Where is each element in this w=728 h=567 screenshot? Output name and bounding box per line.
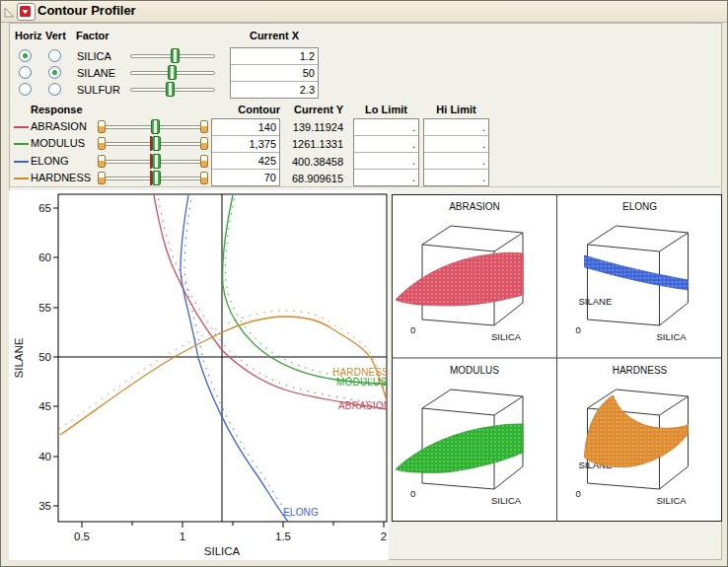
page-title: Contour Profiler [37,3,136,18]
slider-hi-thumb[interactable] [200,155,208,168]
current-x-field-silica[interactable]: 1.2 [231,48,318,65]
lo-limit-field-elong[interactable]: . [354,153,418,170]
vert-radio-silica[interactable] [48,49,61,62]
slider-thumb[interactable] [171,48,180,63]
legend-swatch-hardness [14,177,29,179]
red-triangle-menu-button[interactable] [17,3,36,21]
hi-limit-field-modulus[interactable]: . [424,136,488,153]
response-slider-modulus[interactable] [98,135,208,152]
response-slider-elong[interactable] [98,153,208,170]
slider-lo-thumb[interactable] [98,137,106,150]
hi-limit-box-group: . . . . [423,118,489,186]
current-x-column-header: Current X [230,30,319,41]
legend-swatch-abrasion [14,126,29,128]
contour-field-elong[interactable]: 425 [212,153,279,170]
factor-column-header: Factor [76,30,109,41]
lo-limit-column-header: Lo Limit [353,104,419,115]
horiz-column-header: Horiz [15,30,42,41]
surface-origin-label: 0 [576,324,581,335]
slider-lo-thumb[interactable] [98,120,106,133]
response-label-abrasion: ABRASION [31,120,87,132]
slider-hi-thumb[interactable] [200,137,208,150]
y-tick-label: 40 [38,451,51,462]
factor-slider-silica[interactable] [128,47,217,64]
disclosure-triangle-icon[interactable] [3,5,16,19]
factor-label-sulfur: SULFUR [77,84,120,96]
surface-title: ABRASION [449,201,500,212]
surface-title: MODULUS [450,365,499,376]
contour-column-header: Contour [215,104,280,115]
contour-box-group: 140 1,375 425 70 [211,118,280,186]
lo-limit-field-hardness[interactable]: . [354,170,418,185]
vert-radio-sulfur[interactable] [48,83,61,96]
slider-thumb[interactable] [152,136,161,151]
current-x-field-silane[interactable]: 50 [231,65,318,82]
lo-limit-field-modulus[interactable]: . [354,136,418,153]
hi-limit-field-elong[interactable]: . [424,153,488,170]
contour-plot[interactable]: 65 60 55 50 45 40 35 0.5 1 1.5 2 SILICA … [9,190,389,560]
slider-lo-thumb[interactable] [98,172,106,184]
response-column-header: Response [31,104,83,115]
y-tick-label: 35 [38,500,51,512]
y-tick-label: 65 [38,202,51,214]
current-y-column-header: Current Y [282,104,343,115]
x-tick-label: 2 [381,531,387,542]
vert-radio-silane[interactable] [48,66,61,79]
red-triangle-icon [20,6,31,17]
hi-limit-field-abrasion[interactable]: . [424,119,488,136]
modulus-curve-label: MODULUS [336,377,388,388]
horiz-radio-silane[interactable] [19,66,32,79]
current-y-value-elong: 400.38458 [282,156,343,168]
disclosure-triangle-shape[interactable] [5,8,14,17]
legend-swatch-elong [14,161,29,163]
slider-thumb[interactable] [166,82,175,97]
hi-limit-column-header: Hi Limit [423,104,489,115]
current-y-value-modulus: 1261.1331 [282,138,343,150]
surface-origin-label: 0 [576,488,581,499]
contour-field-modulus[interactable]: 1,375 [212,136,279,153]
factor-slider-sulfur[interactable] [128,81,217,98]
response-label-elong: ELONG [31,155,69,167]
y-tick-label: 60 [38,251,51,263]
section-divider [9,186,722,187]
vert-column-header: Vert [45,30,66,41]
lo-limit-box-group: . . . . [353,118,419,186]
factor-slider-silane[interactable] [128,64,217,81]
slider-lo-thumb[interactable] [98,155,106,168]
current-y-value-abrasion: 139.11924 [282,121,343,133]
x-axis-title: SILICA [204,545,241,557]
x-tick-label: 1 [180,531,185,542]
response-slider-hardness[interactable] [98,170,208,186]
outline-title-bar: Contour Profiler [1,1,728,23]
factor-label-silica: SILICA [77,50,111,62]
slider-hi-thumb[interactable] [200,172,208,184]
current-y-value-hardness: 68.909615 [282,173,343,184]
surface-title: HARDNESS [613,365,668,376]
response-slider-abrasion[interactable] [98,118,208,135]
contour-field-hardness[interactable]: 70 [212,170,279,185]
lo-limit-field-abrasion[interactable]: . [354,119,418,136]
slider-hi-thumb[interactable] [200,120,208,133]
surface-plot-grid: ABRASION SILANE 0 SILICA ELONG SILANE 0 … [392,194,722,522]
horiz-radio-sulfur[interactable] [19,83,32,96]
slider-thumb[interactable] [151,119,160,134]
contour-field-abrasion[interactable]: 140 [212,119,279,136]
factor-label-silane: SILANE [77,67,115,79]
slider-thumb[interactable] [168,65,177,80]
surface-x-label: SILICA [491,495,522,506]
surface-origin-label: 0 [410,324,415,335]
hi-limit-field-hardness[interactable]: . [424,170,488,185]
current-x-box-group: 1.2 50 2.3 [230,47,319,99]
surface-origin-label: 0 [410,488,415,499]
horiz-radio-silica[interactable] [19,49,32,62]
x-tick-label: 1.5 [275,531,291,542]
surface-title: ELONG [622,201,657,212]
surface-x-label: SILICA [657,495,688,506]
elong-curve-label: ELONG [283,507,319,518]
current-x-field-sulfur[interactable]: 2.3 [231,82,318,98]
slider-thumb[interactable] [152,171,161,185]
y-tick-label: 55 [38,302,51,314]
y-axis-title: SILANE [13,337,25,378]
surface-x-label: SILICA [491,331,522,342]
slider-thumb[interactable] [152,154,161,169]
